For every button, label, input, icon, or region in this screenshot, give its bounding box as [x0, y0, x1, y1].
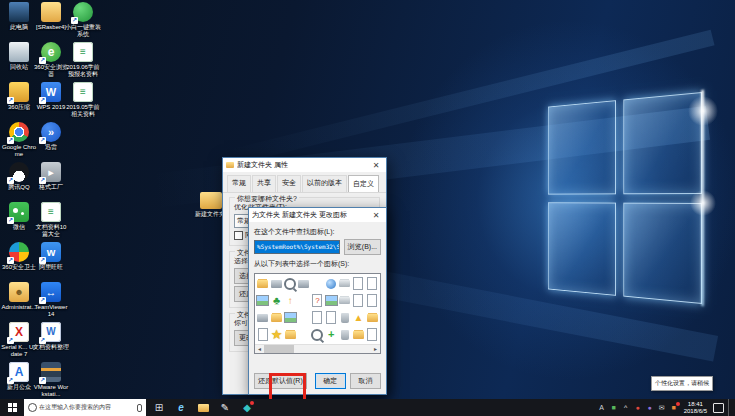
desktop-icon[interactable]: »↗迅雷 — [34, 122, 68, 151]
change-icon-dialog: 为文件夹 新建文件夹 更改图标 ✕ 在这个文件中查找图标(L): %System… — [248, 207, 387, 395]
scroll-left-icon[interactable]: ◂ — [255, 345, 264, 353]
desktop-icon[interactable]: ≡2019.05学前相关资料 — [66, 82, 100, 118]
picture-grid-icon[interactable] — [256, 292, 270, 309]
arrow-grid-icon[interactable]: ↑ — [283, 292, 297, 309]
desktop-icon[interactable]: ≡文档资料10篇大全 — [34, 202, 68, 238]
desktop-icon[interactable]: ↗360压缩 — [2, 82, 36, 111]
plus-grid-icon[interactable]: + — [324, 326, 338, 343]
tab-自定义[interactable]: 自定义 — [348, 175, 379, 192]
dialog-title-bar[interactable]: 为文件夹 新建文件夹 更改图标 ✕ — [249, 208, 386, 222]
picture-grid-icon[interactable] — [324, 292, 338, 309]
folder-grid-icon[interactable] — [365, 309, 379, 326]
tab-安全[interactable]: 安全 — [277, 175, 301, 192]
icon-grid: ♣↑?▲★+ — [255, 274, 380, 344]
doc-grid-icon[interactable] — [365, 275, 379, 292]
picture-grid-icon[interactable] — [283, 309, 297, 326]
task-view-taskbar-icon[interactable]: ⊞ — [152, 400, 166, 415]
dialog-title-bar[interactable]: 新建文件夹 属性 ✕ — [223, 158, 386, 172]
ufolder-app-icon: ☻ — [9, 282, 29, 302]
app-purple-tray-icon[interactable]: ● — [646, 404, 654, 411]
desktop-icon[interactable]: ▸↗格式工厂 — [34, 162, 68, 191]
folder-grid-icon[interactable] — [256, 275, 270, 292]
desktop-icon[interactable]: ↗微信 — [2, 202, 36, 231]
doc-grid-icon[interactable] — [352, 275, 366, 292]
file-explorer-taskbar-icon[interactable] — [196, 400, 210, 415]
desktop-icon[interactable]: W↗文档资料整理 — [34, 322, 68, 351]
trash-grid-icon[interactable] — [338, 309, 352, 326]
scroll-right-icon[interactable]: ▸ — [371, 345, 380, 353]
redx-app-icon: X↗ — [9, 322, 29, 342]
desktop-icon[interactable]: w↗阿里旺旺 — [34, 242, 68, 271]
internet-explorer-taskbar-icon[interactable]: e — [174, 400, 188, 415]
doc-grid-icon[interactable] — [365, 292, 379, 309]
desktop-icon[interactable]: ↗小白一键重装系统 — [66, 2, 100, 38]
browse-button[interactable]: 浏览(B)... — [344, 239, 381, 255]
meeting-app-taskbar-icon[interactable]: ◆ — [240, 400, 254, 415]
folder-grid-icon[interactable] — [283, 326, 297, 343]
folder-grid-icon[interactable] — [352, 326, 366, 343]
desktop-icon[interactable]: A↗新月公众 — [2, 362, 36, 391]
device-grid-icon[interactable] — [270, 275, 284, 292]
desktop-icon[interactable]: e↗360安全浏览器 — [34, 42, 68, 78]
desktop-icon[interactable]: ↗360安全卫士 — [2, 242, 36, 271]
trash-grid-icon[interactable] — [338, 326, 352, 343]
input-method-tray-icon[interactable]: A — [598, 404, 606, 411]
doc-grid-icon[interactable] — [311, 309, 325, 326]
search-grid-icon[interactable] — [311, 326, 325, 343]
desktop-icon[interactable]: [SRasber4] — [34, 2, 68, 31]
icon-list[interactable]: ♣↑?▲★+ ◂ ▸ — [254, 273, 381, 354]
doc-grid-icon[interactable] — [324, 309, 338, 326]
pen-app-taskbar-icon[interactable]: ✎ — [218, 400, 232, 415]
action-center-icon[interactable] — [713, 403, 724, 413]
restore-defaults-button[interactable]: 还原默认值(R) — [254, 373, 307, 389]
chevron-up-tray-icon[interactable]: ^ — [622, 404, 630, 411]
mail-tray-icon[interactable]: ✉ — [658, 404, 666, 411]
tree-grid-icon[interactable]: ♣ — [270, 292, 284, 309]
printer-grid-icon[interactable] — [338, 292, 352, 309]
start-button[interactable] — [0, 399, 24, 416]
device-grid-icon[interactable] — [297, 275, 311, 292]
desktop-icon-label: TeamViewer 14 — [33, 304, 69, 318]
close-icon[interactable]: ✕ — [369, 161, 383, 170]
help-grid-icon[interactable]: ? — [311, 292, 325, 309]
icon-file-path-input[interactable]: %SystemRoot%\System32\SHELL32.dll — [254, 240, 340, 254]
tab-共享[interactable]: 共享 — [252, 175, 276, 192]
folder-grid-icon[interactable] — [270, 309, 284, 326]
printer-grid-icon[interactable] — [338, 275, 352, 292]
horizontal-scrollbar[interactable]: ◂ ▸ — [255, 344, 380, 353]
device-grid-icon[interactable] — [256, 309, 270, 326]
star-grid-icon[interactable]: ★ — [270, 326, 284, 343]
desktop-icon[interactable]: ↔↗TeamViewer 14 — [34, 282, 68, 318]
taskbar-search-input[interactable]: 在这里输入你要搜索的内容 — [24, 399, 146, 416]
scrollbar-thumb[interactable] — [264, 345, 294, 353]
desktop-icon[interactable]: ↗Google Chrome — [2, 122, 36, 158]
tab-以前的版本[interactable]: 以前的版本 — [302, 175, 347, 192]
app-orange-tray-icon[interactable]: ■ — [670, 404, 678, 411]
desktop-icon[interactable]: ☻Administrat... — [2, 282, 36, 311]
cancel-button[interactable]: 取消 — [350, 373, 381, 389]
desktop-icon[interactable]: ≡2019.06学前预报名资料 — [66, 42, 100, 78]
show-desktop-button[interactable] — [728, 399, 732, 416]
desktop-icon[interactable]: ↗VMware Workstati... — [34, 362, 68, 398]
close-icon[interactable]: ✕ — [369, 211, 383, 220]
desktop-icon[interactable]: ↗腾讯QQ — [2, 162, 36, 191]
warn-grid-icon[interactable]: ▲ — [352, 309, 366, 326]
globe-grid-icon[interactable] — [324, 275, 338, 292]
desktop-icon[interactable]: X↗Serial K... Update 7 — [2, 322, 36, 358]
doc-grid-icon[interactable] — [365, 326, 379, 343]
search-grid-icon[interactable] — [283, 275, 297, 292]
ok-button[interactable]: 确定 — [315, 373, 346, 389]
folder-icon — [198, 404, 209, 412]
doc-grid-icon[interactable] — [352, 292, 366, 309]
antivirus-tray-icon[interactable]: ■ — [610, 404, 618, 411]
tab-常规[interactable]: 常规 — [227, 175, 251, 192]
gdoc-app-icon: ≡ — [73, 42, 93, 62]
doc-grid-icon[interactable] — [256, 326, 270, 343]
apply-template-checkbox[interactable] — [234, 231, 243, 240]
desktop-icon[interactable]: 此电脑 — [2, 2, 36, 31]
clock[interactable]: 18:41 2018/6/5 — [682, 401, 709, 414]
desktop-icon[interactable]: W↗WPS 2019 — [34, 82, 68, 111]
desktop-icon[interactable]: 回收站 — [2, 42, 36, 71]
microphone-icon[interactable] — [137, 404, 142, 412]
security-alert-tray-icon[interactable]: ● — [634, 404, 642, 411]
